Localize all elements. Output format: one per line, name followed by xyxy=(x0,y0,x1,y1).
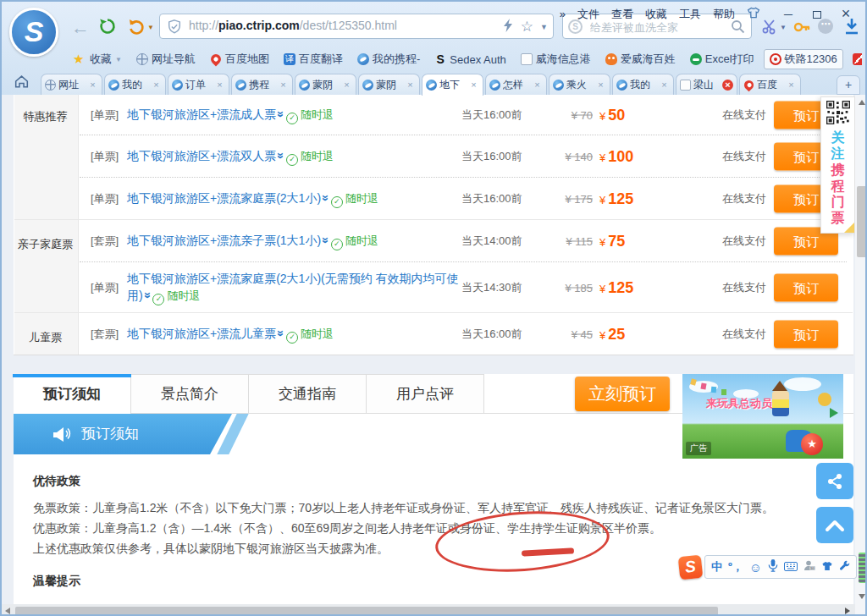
browser-tab[interactable]: 我的 xyxy=(612,74,674,95)
follow-panel[interactable]: 关注 携程门票 xyxy=(820,96,855,234)
browser-tab[interactable]: 蒙阴 xyxy=(358,74,420,95)
horizontal-scrollbar-thumb[interactable] xyxy=(15,607,718,616)
browser-tab[interactable]: 怎样 xyxy=(485,74,547,95)
tab-close-icon[interactable] xyxy=(405,80,416,91)
tab-close-icon[interactable] xyxy=(595,80,606,91)
ticket-name-link[interactable]: 地下银河旅游区+漂流家庭票(2大1小) xyxy=(127,191,321,205)
scroll-down-icon[interactable] xyxy=(859,594,865,599)
tab-close-icon[interactable] xyxy=(151,80,162,91)
tab-close-icon[interactable] xyxy=(468,80,479,91)
ticket-name-link[interactable]: 地下银河旅游区+漂流成人票 xyxy=(127,107,276,121)
ime-grip[interactable] xyxy=(859,553,867,583)
ime-mic-icon[interactable] xyxy=(768,559,778,575)
ime-settings-wrench-icon[interactable] xyxy=(839,559,850,575)
chevron-down-icon[interactable]: » xyxy=(318,195,334,201)
ime-skin-icon[interactable] xyxy=(821,559,833,575)
browser-tab[interactable]: 地下 xyxy=(422,74,483,96)
browser-tab[interactable]: 乘火 xyxy=(549,74,610,95)
tab-close-icon[interactable] xyxy=(722,80,733,91)
ime-toolbar[interactable]: S 中 º， ☺ 10 xyxy=(679,554,857,580)
back-button[interactable]: ← xyxy=(69,17,91,39)
detail-tab[interactable]: 景点简介 xyxy=(131,374,249,414)
browser-tab[interactable]: 梁山 xyxy=(676,74,737,95)
menu-item-help[interactable]: 帮助 xyxy=(713,7,735,22)
screenshot-dropdown-icon[interactable]: ▼ xyxy=(780,24,787,31)
ticket-name-link[interactable]: 地下银河旅游区+漂流儿童票 xyxy=(127,327,276,340)
bookmark-item[interactable]: 威海信息港 xyxy=(516,50,596,69)
undo-button[interactable] xyxy=(125,17,147,39)
ime-emoji-icon[interactable]: ☺ xyxy=(749,560,762,575)
browser-tab[interactable]: 携程 xyxy=(231,74,293,95)
browser-tab[interactable]: 蒙阴 xyxy=(295,74,356,95)
bookmark-item[interactable]: 网址导航 xyxy=(131,50,201,69)
menu-item-tools[interactable]: 工具 xyxy=(679,7,701,22)
bookmark-item[interactable]: 爱威海百姓 xyxy=(600,50,681,69)
detail-tab[interactable]: 交通指南 xyxy=(249,374,367,414)
ad-banner[interactable]: 来玩具总动员 ★ 广告 xyxy=(682,374,843,459)
sogou-ime-logo[interactable]: S xyxy=(678,554,704,580)
bookmark-item[interactable]: 百度地图 xyxy=(205,50,274,69)
book-button[interactable]: 预订 xyxy=(774,274,838,302)
url-text[interactable]: http://piao.ctrip.com/dest/t125350.html xyxy=(189,19,397,32)
skin-icon[interactable] xyxy=(747,7,760,21)
scroll-left-icon[interactable] xyxy=(5,608,10,614)
ime-punctuation-toggle[interactable]: º， xyxy=(728,559,743,575)
sogou-logo[interactable]: S xyxy=(9,8,58,57)
refresh-button[interactable] xyxy=(97,17,119,39)
browser-tab[interactable]: 订单 xyxy=(168,74,229,95)
ime-language-toggle[interactable]: 中 xyxy=(711,559,722,575)
bookmark-item[interactable]: 铁路12306 xyxy=(764,49,843,69)
tab-close-icon[interactable] xyxy=(214,80,225,91)
tab-close-icon[interactable] xyxy=(341,80,352,91)
url-bar[interactable]: http://piao.ctrip.com/dest/t125350.html … xyxy=(159,14,554,39)
minimize-button[interactable]: ─ xyxy=(781,8,796,21)
chevron-down-icon[interactable]: » xyxy=(140,292,157,299)
detail-tab[interactable]: 用户点评 xyxy=(367,374,484,414)
vertical-scrollbar[interactable] xyxy=(855,95,867,604)
menu-item-view[interactable]: 查看 xyxy=(611,7,633,22)
tab-close-icon[interactable] xyxy=(786,80,797,91)
chevron-down-icon[interactable]: » xyxy=(273,330,290,337)
book-button[interactable]: 预订 xyxy=(774,321,838,349)
book-now-button[interactable]: 立刻预订 xyxy=(575,377,670,411)
bookmark-item[interactable]: Excel打印 xyxy=(685,50,759,69)
undo-dropdown-icon[interactable]: ▼ xyxy=(147,24,154,31)
chevron-down-icon[interactable]: » xyxy=(318,237,334,244)
menu-item-favorites[interactable]: 收藏 xyxy=(645,7,667,22)
bookmark-item[interactable]: 颜宇丹 xyxy=(848,50,862,69)
quick-access-lightning-icon[interactable] xyxy=(502,18,514,36)
vertical-scrollbar-thumb[interactable] xyxy=(857,186,867,257)
close-button[interactable]: × xyxy=(838,5,853,23)
detail-tab[interactable]: 预订须知 xyxy=(14,374,131,415)
ticket-name-link[interactable]: 地下银河旅游区+漂流亲子票(1大1小) xyxy=(127,234,321,247)
shield-icon[interactable] xyxy=(167,19,182,38)
tab-close-icon[interactable] xyxy=(659,80,670,91)
bookmark-item[interactable]: 我的携程- xyxy=(352,50,425,69)
browser-tab[interactable]: 我的 xyxy=(104,74,166,95)
back-to-top-button[interactable] xyxy=(816,507,853,543)
tab-close-icon[interactable] xyxy=(278,80,289,91)
bookmark-item[interactable]: 百度翻译 xyxy=(279,50,348,69)
browser-tab[interactable]: 网址 xyxy=(41,74,102,95)
new-tab-button[interactable]: + xyxy=(837,75,860,95)
menu-item-file[interactable]: 文件 xyxy=(577,7,599,22)
chevron-down-icon[interactable]: » xyxy=(273,152,290,159)
scroll-up-icon[interactable] xyxy=(859,100,865,105)
scroll-right-icon[interactable] xyxy=(845,608,850,614)
menu-overflow[interactable]: » xyxy=(560,8,566,20)
ime-keyboard-icon[interactable] xyxy=(784,559,798,575)
favorite-star-icon[interactable]: ☆ xyxy=(521,19,533,35)
bookmark-favorites[interactable]: ★ 收藏 ▼ xyxy=(68,50,127,69)
tab-close-icon[interactable] xyxy=(87,80,98,91)
url-dropdown-icon[interactable]: ▼ xyxy=(540,23,548,31)
ticket-name-link[interactable]: 地下银河旅游区+漂流双人票 xyxy=(127,149,276,162)
bookmark-item[interactable]: Sedex Auth xyxy=(429,52,511,68)
share-button[interactable] xyxy=(816,463,853,499)
ime-account-icon[interactable]: 10 xyxy=(803,559,815,575)
maximize-button[interactable] xyxy=(809,8,825,21)
horizontal-scrollbar[interactable] xyxy=(2,604,855,616)
home-button[interactable] xyxy=(10,74,32,93)
chevron-down-icon[interactable]: » xyxy=(273,111,290,118)
tab-close-icon[interactable] xyxy=(532,80,543,91)
browser-tab[interactable]: 百度 xyxy=(739,74,801,95)
